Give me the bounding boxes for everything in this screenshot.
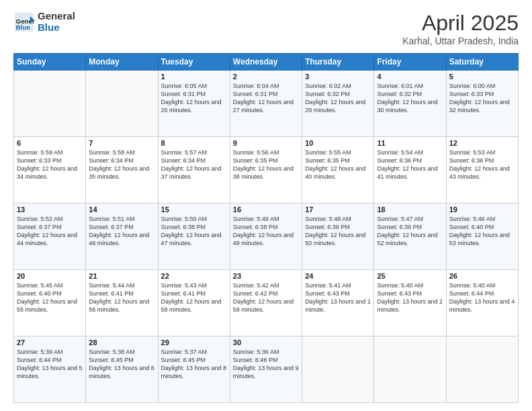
day-number: 12	[449, 139, 515, 147]
cell-content: Sunrise: 5:56 AM Sunset: 6:35 PM Dayligh…	[233, 148, 299, 181]
day-number: 11	[377, 139, 443, 147]
svg-text:Blue: Blue	[16, 23, 31, 30]
week-row-2: 6Sunrise: 5:59 AM Sunset: 6:33 PM Daylig…	[14, 137, 519, 203]
week-row-1: 1Sunrise: 6:05 AM Sunset: 6:31 PM Daylig…	[14, 71, 519, 137]
col-header-friday: Friday	[374, 54, 446, 71]
cell-content: Sunrise: 5:40 AM Sunset: 6:44 PM Dayligh…	[449, 281, 515, 314]
calendar-cell: 21Sunrise: 5:44 AM Sunset: 6:41 PM Dayli…	[86, 270, 158, 336]
cell-content: Sunrise: 6:00 AM Sunset: 6:33 PM Dayligh…	[449, 82, 515, 115]
cell-content: Sunrise: 6:01 AM Sunset: 6:32 PM Dayligh…	[377, 82, 443, 115]
calendar-cell	[86, 71, 158, 137]
day-number: 14	[89, 205, 154, 214]
calendar-cell: 10Sunrise: 5:55 AM Sunset: 6:35 PM Dayli…	[302, 137, 374, 203]
calendar-cell: 25Sunrise: 5:40 AM Sunset: 6:43 PM Dayli…	[374, 270, 446, 336]
day-number: 25	[377, 272, 443, 280]
calendar-cell: 11Sunrise: 5:54 AM Sunset: 6:36 PM Dayli…	[374, 137, 446, 203]
day-number: 13	[17, 205, 83, 214]
cell-content: Sunrise: 5:48 AM Sunset: 6:39 PM Dayligh…	[305, 215, 371, 248]
day-number: 30	[233, 338, 299, 347]
calendar-cell	[14, 71, 86, 137]
cell-content: Sunrise: 6:02 AM Sunset: 6:32 PM Dayligh…	[305, 82, 371, 115]
calendar-cell: 20Sunrise: 5:45 AM Sunset: 6:40 PM Dayli…	[14, 270, 86, 336]
calendar-cell: 8Sunrise: 5:57 AM Sunset: 6:34 PM Daylig…	[158, 137, 230, 203]
cell-content: Sunrise: 5:36 AM Sunset: 6:46 PM Dayligh…	[233, 348, 299, 381]
cell-content: Sunrise: 5:37 AM Sunset: 6:45 PM Dayligh…	[161, 348, 227, 381]
calendar-cell: 22Sunrise: 5:43 AM Sunset: 6:41 PM Dayli…	[158, 270, 230, 336]
cell-content: Sunrise: 5:51 AM Sunset: 6:37 PM Dayligh…	[89, 215, 154, 248]
day-number: 17	[305, 205, 371, 214]
cell-content: Sunrise: 5:41 AM Sunset: 6:43 PM Dayligh…	[305, 281, 371, 314]
cell-content: Sunrise: 5:47 AM Sunset: 6:39 PM Dayligh…	[377, 215, 443, 248]
calendar-cell: 23Sunrise: 5:42 AM Sunset: 6:42 PM Dayli…	[230, 270, 302, 336]
calendar-cell	[302, 336, 374, 403]
calendar-cell: 9Sunrise: 5:56 AM Sunset: 6:35 PM Daylig…	[230, 137, 302, 203]
week-row-5: 27Sunrise: 5:39 AM Sunset: 6:44 PM Dayli…	[14, 336, 519, 403]
cell-content: Sunrise: 5:49 AM Sunset: 6:38 PM Dayligh…	[233, 215, 299, 248]
logo-icon: General Blue	[13, 11, 35, 33]
cell-content: Sunrise: 5:55 AM Sunset: 6:35 PM Dayligh…	[305, 148, 371, 181]
calendar-cell: 6Sunrise: 5:59 AM Sunset: 6:33 PM Daylig…	[14, 137, 86, 203]
logo-text-blue: Blue	[38, 22, 75, 34]
cell-content: Sunrise: 5:39 AM Sunset: 6:44 PM Dayligh…	[17, 348, 83, 381]
calendar-cell: 30Sunrise: 5:36 AM Sunset: 6:46 PM Dayli…	[230, 336, 302, 403]
week-row-4: 20Sunrise: 5:45 AM Sunset: 6:40 PM Dayli…	[14, 270, 519, 336]
day-number: 18	[377, 205, 443, 214]
calendar-cell: 14Sunrise: 5:51 AM Sunset: 6:37 PM Dayli…	[86, 203, 158, 270]
calendar-cell	[446, 336, 518, 403]
day-number: 5	[449, 73, 515, 81]
calendar-cell: 18Sunrise: 5:47 AM Sunset: 6:39 PM Dayli…	[374, 203, 446, 270]
cell-content: Sunrise: 5:59 AM Sunset: 6:33 PM Dayligh…	[17, 148, 83, 181]
calendar-cell: 27Sunrise: 5:39 AM Sunset: 6:44 PM Dayli…	[14, 336, 86, 403]
day-number: 23	[233, 272, 299, 280]
cell-content: Sunrise: 5:40 AM Sunset: 6:43 PM Dayligh…	[377, 281, 443, 314]
day-number: 16	[233, 205, 299, 214]
week-row-3: 13Sunrise: 5:52 AM Sunset: 6:37 PM Dayli…	[14, 203, 519, 270]
calendar-cell: 28Sunrise: 5:38 AM Sunset: 6:45 PM Dayli…	[86, 336, 158, 403]
calendar-cell: 13Sunrise: 5:52 AM Sunset: 6:37 PM Dayli…	[14, 203, 86, 270]
cell-content: Sunrise: 5:44 AM Sunset: 6:41 PM Dayligh…	[89, 281, 154, 314]
day-number: 20	[17, 272, 83, 280]
day-number: 1	[161, 73, 227, 81]
logo-text-general: General	[38, 11, 75, 22]
cell-content: Sunrise: 5:38 AM Sunset: 6:45 PM Dayligh…	[89, 348, 154, 381]
col-header-monday: Monday	[86, 54, 158, 71]
cell-content: Sunrise: 5:42 AM Sunset: 6:42 PM Dayligh…	[233, 281, 299, 314]
calendar-cell: 19Sunrise: 5:46 AM Sunset: 6:40 PM Dayli…	[446, 203, 518, 270]
day-number: 26	[449, 272, 515, 280]
day-number: 24	[305, 272, 371, 280]
day-number: 7	[89, 139, 154, 147]
day-number: 6	[17, 139, 83, 147]
day-number: 29	[161, 338, 227, 347]
day-number: 3	[305, 73, 371, 81]
calendar-cell: 12Sunrise: 5:53 AM Sunset: 6:36 PM Dayli…	[446, 137, 518, 203]
page: General Blue General Blue April 2025 Kar…	[0, 0, 532, 411]
day-number: 2	[233, 73, 299, 81]
col-header-sunday: Sunday	[14, 54, 86, 71]
logo: General Blue General Blue	[13, 11, 75, 33]
day-number: 22	[161, 272, 227, 280]
col-header-tuesday: Tuesday	[158, 54, 230, 71]
calendar-cell: 24Sunrise: 5:41 AM Sunset: 6:43 PM Dayli…	[302, 270, 374, 336]
calendar-cell: 7Sunrise: 5:58 AM Sunset: 6:34 PM Daylig…	[86, 137, 158, 203]
title-block: April 2025 Karhal, Uttar Pradesh, India	[402, 11, 519, 46]
day-number: 21	[89, 272, 154, 280]
calendar-cell: 4Sunrise: 6:01 AM Sunset: 6:32 PM Daylig…	[374, 71, 446, 137]
cell-content: Sunrise: 6:05 AM Sunset: 6:31 PM Dayligh…	[161, 82, 227, 115]
calendar-header-row: SundayMondayTuesdayWednesdayThursdayFrid…	[14, 54, 519, 71]
calendar-cell: 3Sunrise: 6:02 AM Sunset: 6:32 PM Daylig…	[302, 71, 374, 137]
col-header-wednesday: Wednesday	[230, 54, 302, 71]
day-number: 4	[377, 73, 443, 81]
calendar-cell: 5Sunrise: 6:00 AM Sunset: 6:33 PM Daylig…	[446, 71, 518, 137]
day-number: 19	[449, 205, 515, 214]
col-header-saturday: Saturday	[446, 54, 518, 71]
title-location: Karhal, Uttar Pradesh, India	[402, 36, 519, 46]
cell-content: Sunrise: 5:57 AM Sunset: 6:34 PM Dayligh…	[161, 148, 227, 181]
cell-content: Sunrise: 5:50 AM Sunset: 6:38 PM Dayligh…	[161, 215, 227, 248]
col-header-thursday: Thursday	[302, 54, 374, 71]
calendar-cell: 26Sunrise: 5:40 AM Sunset: 6:44 PM Dayli…	[446, 270, 518, 336]
calendar-cell	[374, 336, 446, 403]
calendar-table: SundayMondayTuesdayWednesdayThursdayFrid…	[13, 53, 519, 403]
cell-content: Sunrise: 5:43 AM Sunset: 6:41 PM Dayligh…	[161, 281, 227, 314]
calendar-cell: 2Sunrise: 6:04 AM Sunset: 6:31 PM Daylig…	[230, 71, 302, 137]
title-month: April 2025	[402, 11, 519, 36]
